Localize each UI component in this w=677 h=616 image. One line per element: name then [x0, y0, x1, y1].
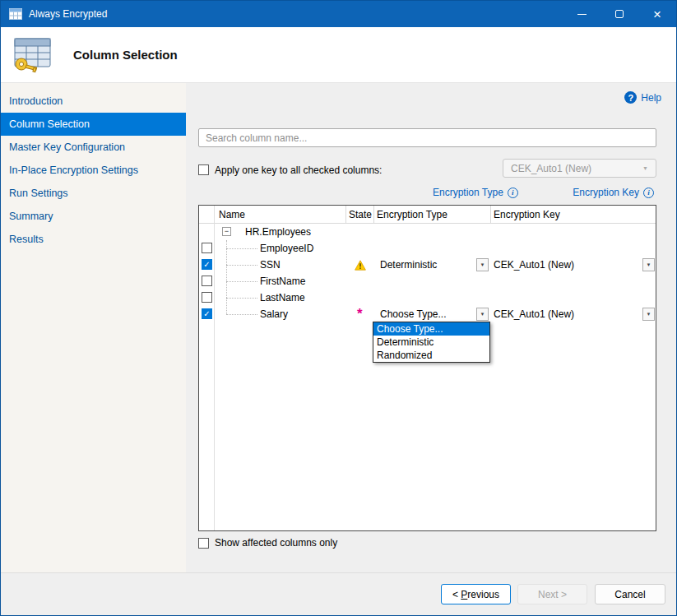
help-label: Help: [641, 92, 661, 104]
table-row: FirstName: [199, 273, 656, 289]
table-key-icon: [11, 36, 53, 74]
column-header-name: Name: [219, 206, 245, 224]
next-button[interactable]: Next >: [517, 584, 587, 604]
sidebar-item-master-key-configuration[interactable]: Master Key Configuration: [1, 136, 186, 159]
cancel-button[interactable]: Cancel: [595, 584, 665, 604]
table-group-row: −HR.Employees: [199, 224, 656, 240]
column-name: SSN: [260, 257, 281, 273]
column-name: Salary: [260, 306, 288, 322]
dropdown-option-choose-type[interactable]: Choose Type...: [373, 322, 489, 336]
info-icon[interactable]: i: [643, 188, 654, 198]
column-header-encryption-key: Encryption Key: [494, 206, 560, 224]
always-encrypted-app-icon: [9, 8, 22, 20]
row-checkbox[interactable]: [202, 292, 212, 303]
grid-header: NameStateEncryption TypeEncryption Key: [199, 206, 656, 224]
encryption-type-value[interactable]: Choose Type...: [380, 306, 447, 322]
encryption-key-dropdown-arrow[interactable]: ▼: [642, 308, 655, 321]
dropdown-option-deterministic[interactable]: Deterministic: [373, 336, 489, 349]
header-separator: [490, 206, 491, 224]
encryption-key-value[interactable]: CEK_Auto1 (New): [494, 257, 574, 273]
apply-key-row: Apply one key to all checked columns:: [198, 160, 382, 179]
show-affected-label: Show affected columns only: [215, 537, 337, 549]
sidebar-item-column-selection[interactable]: Column Selection: [1, 113, 186, 136]
previous-button[interactable]: < Previous: [441, 584, 511, 604]
sidebar-item-run-settings[interactable]: Run Settings: [1, 182, 186, 205]
main-panel: ? Help Apply one key to all checked colu…: [186, 83, 676, 572]
page-header: Column Selection: [1, 27, 676, 83]
always-encrypted-wizard-window: Always Encrypted × Column Selection Int: [0, 0, 677, 616]
window-controls: ×: [563, 1, 676, 27]
encryption-type-dropdown-arrow[interactable]: ▼: [476, 308, 489, 321]
column-header-state: State: [349, 206, 372, 224]
encryption-key-value[interactable]: CEK_Auto1 (New): [494, 306, 574, 322]
column-name: LastName: [260, 289, 305, 306]
close-button[interactable]: ×: [638, 1, 676, 27]
cek-combo-value: CEK_Auto1 (New): [511, 163, 591, 174]
encryption-type-value[interactable]: Deterministic: [380, 257, 437, 273]
window-title: Always Encrypted: [29, 8, 107, 20]
column-header-encryption-type: Encryption Type: [377, 206, 447, 224]
chevron-down-icon: ▼: [642, 165, 648, 171]
close-icon: ×: [653, 7, 661, 21]
search-column-input[interactable]: [198, 128, 656, 147]
maximize-icon: [615, 10, 624, 18]
column-name: FirstName: [260, 273, 305, 289]
show-affected-checkbox[interactable]: [198, 538, 209, 549]
minimize-button[interactable]: [563, 1, 600, 27]
minimize-icon: [577, 14, 587, 15]
show-affected-row: Show affected columns only: [198, 537, 337, 549]
info-icon[interactable]: i: [508, 188, 518, 198]
table-row: ✓SSNDeterministic▼CEK_Auto1 (New)▼: [199, 257, 656, 273]
sidebar-item-summary[interactable]: Summary: [1, 205, 186, 228]
footer: < Previous Next > Cancel: [1, 572, 676, 615]
maximize-button[interactable]: [600, 1, 638, 27]
column-name: EmployeeID: [260, 240, 313, 257]
header-separator: [373, 206, 374, 224]
table-row: EmployeeID: [199, 240, 656, 257]
row-checkbox[interactable]: ✓: [202, 259, 212, 270]
row-checkbox[interactable]: [202, 243, 212, 253]
tree-connector: [226, 298, 257, 299]
table-row: ✓Salary*Choose Type...▼CEK_Auto1 (New)▼: [199, 306, 656, 322]
apply-key-checkbox[interactable]: [198, 164, 209, 175]
encryption-key-link[interactable]: Encryption Key: [573, 187, 639, 198]
sidebar-item-introduction[interactable]: Introduction: [1, 90, 186, 113]
tree-connector: [226, 248, 257, 249]
collapse-expander-icon[interactable]: −: [222, 227, 231, 236]
page-title: Column Selection: [73, 48, 178, 62]
encryption-type-dropdown-arrow[interactable]: ▼: [476, 258, 489, 271]
header-separator: [345, 206, 346, 224]
row-checkbox[interactable]: ✓: [202, 308, 212, 319]
warning-icon: [350, 257, 371, 273]
table-row: LastName: [199, 289, 656, 306]
tree-connector: [226, 281, 257, 282]
columns-table: NameStateEncryption TypeEncryption Key −…: [198, 205, 656, 531]
titlebar: Always Encrypted ×: [1, 1, 676, 27]
grid-body: −HR.EmployeesEmployeeID✓SSNDeterministic…: [199, 224, 656, 530]
dropdown-option-randomized[interactable]: Randomized: [373, 349, 489, 362]
apply-key-label: Apply one key to all checked columns:: [215, 164, 382, 176]
cek-combo-disabled[interactable]: CEK_Auto1 (New) ▼: [503, 159, 656, 178]
sidebar-item-results[interactable]: Results: [1, 228, 186, 251]
encryption-type-listbox: Choose Type...DeterministicRandomized: [373, 322, 490, 363]
encryption-type-link-group: Encryption Type i: [433, 187, 518, 198]
encryption-type-link[interactable]: Encryption Type: [433, 187, 503, 198]
tree-connector: [226, 314, 257, 315]
help-icon: ?: [624, 91, 637, 104]
encryption-key-link-group: Encryption Key i: [573, 187, 654, 198]
row-checkbox[interactable]: [202, 276, 212, 286]
help-link[interactable]: ? Help: [624, 91, 661, 104]
encryption-key-dropdown-arrow[interactable]: ▼: [642, 258, 655, 271]
required-asterisk: *: [350, 306, 371, 322]
tree-connector: [226, 265, 257, 266]
sidebar: IntroductionColumn SelectionMaster Key C…: [1, 83, 186, 572]
table-group-name: HR.Employees: [245, 224, 311, 240]
sidebar-item-in-place-encryption-settings[interactable]: In-Place Encryption Settings: [1, 159, 186, 182]
